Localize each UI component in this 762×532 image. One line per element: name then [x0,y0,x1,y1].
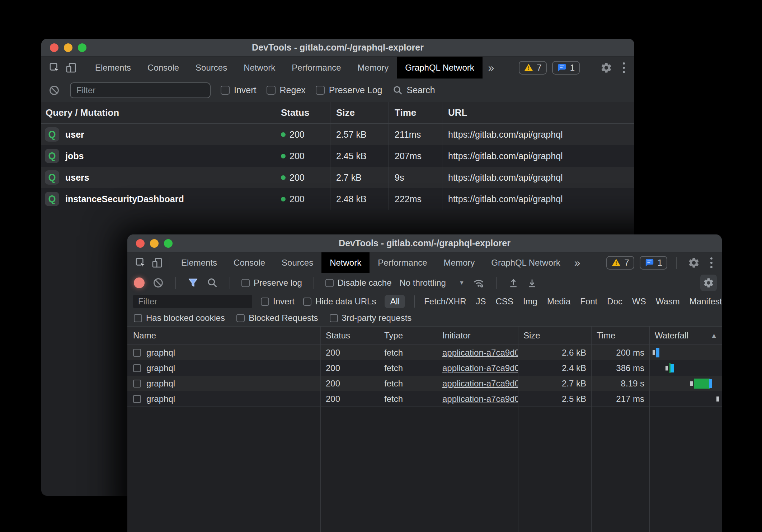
filter-funnel-icon[interactable] [187,277,199,289]
initiator-link[interactable]: application-a7ca9d0… [442,394,518,404]
warnings-badge[interactable]: 7 [519,61,546,75]
disable-cache-checkbox-item[interactable]: Disable cache [325,278,392,288]
column-header-time[interactable]: Time [592,327,650,345]
sort-ascending-icon[interactable]: ▲ [710,332,722,340]
preserve-log-checkbox[interactable] [316,86,325,95]
network-settings-gear-icon[interactable] [700,275,717,291]
tab-network[interactable]: Network [321,252,370,273]
tab-performance[interactable]: Performance [370,252,435,273]
close-button[interactable] [136,239,145,248]
record-button[interactable] [134,277,145,288]
minimize-button[interactable] [64,43,72,52]
network-conditions-icon[interactable] [472,277,485,289]
more-options-menu-icon[interactable] [620,62,628,73]
column-header-waterfall[interactable]: Waterfall ▲ [650,327,722,345]
tab-graphql-network[interactable]: GraphQL Network [397,57,483,79]
tab-memory[interactable]: Memory [436,252,483,273]
column-header-query-mutation[interactable]: Query / Mutation [41,102,275,123]
type-filter-manifest[interactable]: Manifest [690,296,722,307]
import-har-icon[interactable] [508,277,519,288]
preserve-log-checkbox-item[interactable]: Preserve Log [316,85,382,95]
minimize-button[interactable] [150,239,159,248]
table-row[interactable]: graphql 200 fetch application-a7ca9d0… 2… [127,376,722,391]
column-header-size[interactable]: Size [518,327,592,345]
blocked-requests-checkbox[interactable] [236,314,245,322]
clear-icon[interactable] [48,85,60,96]
tab-graphql-network[interactable]: GraphQL Network [483,252,569,273]
table-row[interactable]: Q jobs 200 2.45 kB 207ms https://gitlab.… [41,145,634,167]
disable-cache-checkbox[interactable] [325,279,334,287]
invert-checkbox[interactable] [221,86,230,95]
title-bar[interactable]: DevTools - gitlab.com/-/graphql-explorer [41,39,634,57]
more-options-menu-icon[interactable] [707,257,715,268]
column-header-initiator[interactable]: Initiator [437,327,518,345]
type-filter-wasm[interactable]: Wasm [656,296,680,307]
inspect-element-icon[interactable] [46,60,63,76]
zoom-button[interactable] [78,43,86,52]
inspect-element-icon[interactable] [132,255,149,271]
waterfall-cell[interactable] [650,345,722,360]
search-icon[interactable] [207,277,218,289]
tab-elements[interactable]: Elements [87,57,139,79]
third-party-requests-checkbox-item[interactable]: 3rd-party requests [330,313,412,323]
tab-elements[interactable]: Elements [173,252,225,273]
initiator-link[interactable]: application-a7ca9d0… [442,379,518,389]
preserve-log-checkbox[interactable] [241,279,250,287]
type-filter-all[interactable]: All [385,295,405,308]
type-filter-media[interactable]: Media [547,296,570,307]
has-blocked-cookies-checkbox[interactable] [134,314,142,322]
column-header-time[interactable]: Time [389,102,442,123]
row-checkbox[interactable] [133,349,141,357]
settings-gear-icon[interactable] [686,255,702,271]
hide-data-urls-checkbox-item[interactable]: Hide data URLs [303,296,376,307]
invert-checkbox-item[interactable]: Invert [261,296,295,307]
preserve-log-checkbox-item[interactable]: Preserve log [241,278,302,288]
tab-performance[interactable]: Performance [283,57,349,79]
search-control[interactable]: Search [392,85,435,96]
column-header-type[interactable]: Type [379,327,437,345]
type-filter-ws[interactable]: WS [632,296,646,307]
clear-icon[interactable] [152,277,164,289]
tab-console[interactable]: Console [225,252,273,273]
invert-checkbox-item[interactable]: Invert [221,85,257,95]
third-party-requests-checkbox[interactable] [330,314,338,322]
type-filter-img[interactable]: Img [523,296,537,307]
column-header-status[interactable]: Status [275,102,330,123]
throttling-dropdown[interactable]: No throttling ▼ [399,278,464,288]
type-filter-doc[interactable]: Doc [607,296,622,307]
row-checkbox[interactable] [133,364,141,372]
regex-checkbox[interactable] [267,86,276,95]
warnings-badge[interactable]: 7 [606,256,634,270]
waterfall-cell[interactable] [650,376,722,391]
has-blocked-cookies-checkbox-item[interactable]: Has blocked cookies [134,313,225,323]
type-filter-css[interactable]: CSS [496,296,513,307]
type-filter-fetch-xhr[interactable]: Fetch/XHR [424,296,466,307]
more-tabs-chevron[interactable]: » [483,62,500,74]
export-har-icon[interactable] [527,277,537,288]
table-row[interactable]: Q instanceSecurityDashboard 200 2.48 kB … [41,188,634,210]
device-toolbar-icon[interactable] [149,255,165,271]
issues-badge[interactable]: 1 [552,61,580,75]
table-row[interactable]: Q user 200 2.57 kB 211ms https://gitlab.… [41,124,634,145]
table-row[interactable]: graphql 200 fetch application-a7ca9d0… 2… [127,360,722,376]
regex-checkbox-item[interactable]: Regex [267,85,306,95]
filter-input[interactable] [133,295,252,308]
waterfall-cell[interactable] [650,391,722,407]
table-row[interactable]: graphql 200 fetch application-a7ca9d0… 2… [127,345,722,360]
column-header-name[interactable]: Name [127,327,321,345]
zoom-button[interactable] [164,239,173,248]
column-header-status[interactable]: Status [321,327,379,345]
close-button[interactable] [50,43,58,52]
settings-gear-icon[interactable] [598,60,615,76]
tab-sources[interactable]: Sources [187,57,235,79]
type-filter-font[interactable]: Font [580,296,597,307]
tab-console[interactable]: Console [139,57,187,79]
tab-memory[interactable]: Memory [349,57,397,79]
waterfall-cell[interactable] [650,360,722,376]
table-row[interactable]: Q users 200 2.7 kB 9s https://gitlab.com… [41,167,634,188]
table-row[interactable]: graphql 200 fetch application-a7ca9d0… 2… [127,391,722,407]
type-filter-js[interactable]: JS [476,296,486,307]
initiator-link[interactable]: application-a7ca9d0… [442,363,518,373]
issues-badge[interactable]: 1 [640,256,667,270]
row-checkbox[interactable] [133,380,141,388]
